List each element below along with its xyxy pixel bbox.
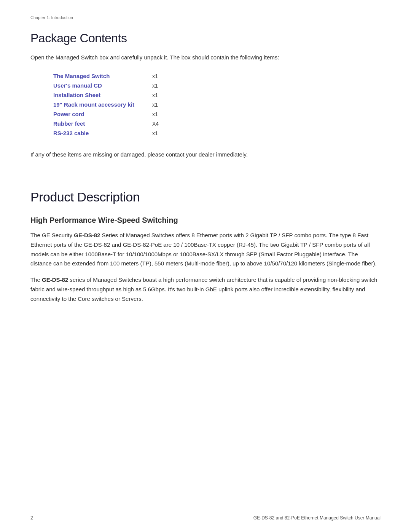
package-items-table: The Managed Switchx1User's manual CDx1In… bbox=[53, 73, 381, 139]
footer: 2 GE-DS-82 and 82-PoE Ethernet Managed S… bbox=[30, 515, 381, 521]
package-item-name: User's manual CD bbox=[53, 82, 152, 89]
package-item-name: RS-232 cable bbox=[53, 130, 152, 136]
package-item-name: 19" Rack mount accessory kit bbox=[53, 101, 152, 108]
package-item-qty: x1 bbox=[152, 102, 158, 108]
intro-text: Open the Managed Switch box and carefull… bbox=[30, 53, 381, 62]
para1: The GE Security GE-DS-82 Series of Manag… bbox=[30, 231, 381, 268]
package-row: RS-232 cablex1 bbox=[53, 130, 381, 136]
page-number: 2 bbox=[30, 515, 33, 521]
breadcrumb: Chapter 1: Introduction bbox=[30, 15, 381, 20]
package-item-qty: x1 bbox=[152, 83, 158, 89]
package-item-qty: x1 bbox=[152, 73, 158, 79]
package-item-qty: X4 bbox=[152, 121, 159, 127]
package-item-qty: x1 bbox=[152, 130, 158, 136]
doc-title: GE-DS-82 and 82-PoE Ethernet Managed Swi… bbox=[253, 515, 381, 521]
para2: The GE-DS-82 series of Managed Switches … bbox=[30, 275, 381, 304]
package-row: Rubber feetX4 bbox=[53, 120, 381, 127]
page-container: Chapter 1: Introduction Package Contents… bbox=[0, 0, 411, 532]
package-item-name: The Managed Switch bbox=[53, 73, 152, 79]
product-description-title: Product Description bbox=[30, 190, 381, 204]
package-item-qty: x1 bbox=[152, 92, 158, 98]
subsection-title: High Performance Wire-Speed Switching bbox=[30, 216, 381, 225]
package-item-qty: x1 bbox=[152, 111, 158, 117]
package-contents-title: Package Contents bbox=[30, 31, 381, 45]
package-row: User's manual CDx1 bbox=[53, 82, 381, 89]
contact-text: If any of these items are missing or dam… bbox=[30, 150, 381, 159]
package-row: Installation Sheetx1 bbox=[53, 92, 381, 98]
package-row: Power cordx1 bbox=[53, 111, 381, 117]
package-item-name: Installation Sheet bbox=[53, 92, 152, 98]
package-row: The Managed Switchx1 bbox=[53, 73, 381, 79]
package-item-name: Rubber feet bbox=[53, 120, 152, 127]
package-row: 19" Rack mount accessory kitx1 bbox=[53, 101, 381, 108]
package-item-name: Power cord bbox=[53, 111, 152, 117]
